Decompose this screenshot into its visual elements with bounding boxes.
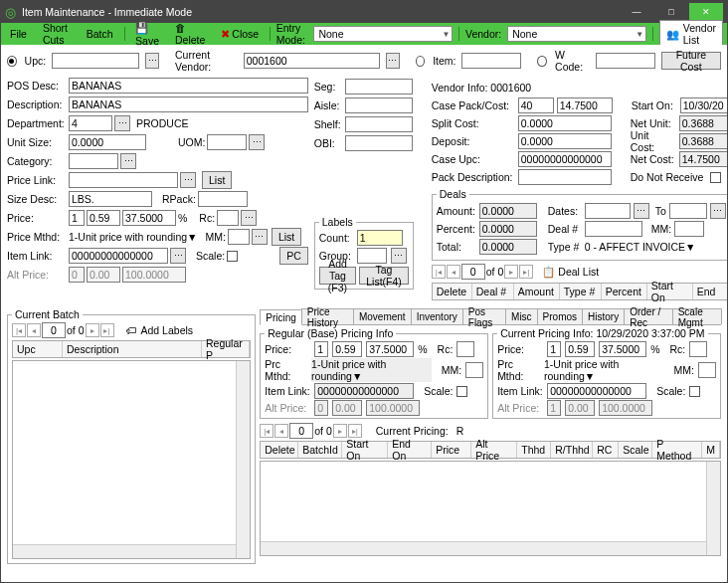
- deal-list-label[interactable]: Deal List: [558, 266, 599, 278]
- maximize-button[interactable]: □: [654, 3, 688, 21]
- entry-mode-combo[interactable]: None▼: [313, 26, 453, 42]
- deals-col-starton[interactable]: Start On: [647, 284, 693, 299]
- uom-lookup-button[interactable]: ⋯: [249, 134, 265, 150]
- reg-mm-input[interactable]: [465, 362, 483, 378]
- case-cost-input[interactable]: [557, 97, 613, 113]
- cur-scale-checkbox[interactable]: [689, 386, 700, 397]
- batch-grid[interactable]: [12, 360, 251, 559]
- pcol-thhd[interactable]: Thhd: [517, 442, 551, 458]
- close-window-button[interactable]: ✕: [689, 3, 723, 21]
- delete-button[interactable]: 🗑Delete: [170, 22, 210, 46]
- pricing-nav-pos[interactable]: [289, 423, 313, 439]
- tab-scale-mgmt[interactable]: Scale Mgmt: [672, 308, 722, 324]
- pos-desc-input[interactable]: [69, 78, 308, 94]
- deposit-input[interactable]: [518, 133, 612, 149]
- price-qty-input[interactable]: [69, 210, 85, 226]
- deals-col-delete[interactable]: Delete: [433, 284, 472, 299]
- reg-price-val[interactable]: [332, 341, 362, 357]
- case-upc-input[interactable]: [518, 151, 612, 167]
- description-input[interactable]: [69, 97, 308, 112]
- pcol-rc[interactable]: RC: [593, 442, 619, 458]
- cur-price-pct[interactable]: [599, 341, 646, 357]
- wcode-radio[interactable]: [537, 56, 547, 67]
- pcol-m[interactable]: M: [702, 442, 720, 458]
- batch-nav-pos[interactable]: [42, 322, 66, 338]
- nav-next[interactable]: ▸: [504, 265, 518, 279]
- pcol-scale[interactable]: Scale: [619, 442, 652, 458]
- pcol-price[interactable]: Price: [432, 442, 471, 458]
- uom-input[interactable]: [207, 134, 247, 150]
- rc-lookup-button[interactable]: ⋯: [241, 210, 257, 226]
- batch-hscrollbar[interactable]: [13, 544, 236, 558]
- date-from-picker[interactable]: ⋯: [634, 203, 649, 219]
- batch-nav-prev[interactable]: ◂: [27, 323, 41, 337]
- cur-mm-input[interactable]: [698, 362, 716, 378]
- date-to-picker[interactable]: ⋯: [710, 203, 726, 219]
- nav-prev[interactable]: ◂: [447, 265, 460, 279]
- tab-movement[interactable]: Movement: [353, 308, 412, 324]
- department-lookup-button[interactable]: ⋯: [114, 115, 130, 131]
- batch-col-upc[interactable]: Upc: [13, 341, 63, 357]
- seg-input[interactable]: [345, 79, 413, 95]
- reg-scale-checkbox[interactable]: [456, 386, 467, 397]
- tab-pricing[interactable]: Pricing: [260, 309, 302, 325]
- pricing-vscrollbar[interactable]: [706, 462, 720, 555]
- batch-nav-first[interactable]: |◂: [12, 323, 26, 337]
- pcol-altprice[interactable]: Alt Price: [471, 442, 517, 458]
- minimize-button[interactable]: —: [620, 3, 653, 21]
- aisle-input[interactable]: [345, 97, 413, 113]
- tab-misc[interactable]: Misc: [505, 308, 538, 324]
- pcol-rthhd[interactable]: R/Thhd: [551, 442, 593, 458]
- batch-col-regp[interactable]: Regular P: [202, 341, 250, 357]
- menu-shortcuts[interactable]: Short Cuts: [38, 22, 76, 46]
- pcol-endon[interactable]: End On: [388, 442, 432, 458]
- close-button[interactable]: ✖Close: [216, 28, 264, 40]
- obi-input[interactable]: [345, 135, 413, 151]
- group-lookup-button[interactable]: ⋯: [391, 248, 407, 264]
- pricing-hscrollbar[interactable]: [261, 541, 706, 555]
- shelf-input[interactable]: [345, 116, 413, 132]
- pack-desc-input[interactable]: [518, 169, 612, 185]
- group-input[interactable]: [357, 248, 387, 264]
- save-button[interactable]: 💾Save: [130, 22, 164, 47]
- vendor-list-button[interactable]: 👥Vendor List: [659, 20, 723, 48]
- price-pct-input[interactable]: [122, 210, 176, 226]
- pricing-grid[interactable]: [260, 461, 721, 556]
- reg-price-pct[interactable]: [366, 341, 414, 357]
- wcode-input[interactable]: [596, 53, 655, 69]
- tab-price-history[interactable]: Price History: [301, 308, 354, 324]
- pricing-nav-prev[interactable]: ◂: [274, 424, 288, 438]
- mm-lookup-button[interactable]: ⋯: [252, 229, 268, 245]
- deals-col-amount[interactable]: Amount: [514, 284, 560, 299]
- scale-checkbox[interactable]: [227, 251, 238, 262]
- cur-rc-input[interactable]: [689, 341, 707, 357]
- upc-lookup-button[interactable]: ⋯: [145, 53, 159, 69]
- item-link-input[interactable]: [69, 248, 168, 264]
- tab-inventory[interactable]: Inventory: [411, 308, 463, 324]
- cur-price-qty[interactable]: [547, 341, 561, 357]
- item-input[interactable]: [461, 53, 521, 69]
- mm-list-button[interactable]: List: [272, 228, 301, 246]
- menu-batch[interactable]: Batch: [82, 28, 118, 40]
- deals-nav-pos[interactable]: [461, 264, 485, 280]
- item-link-lookup-button[interactable]: ⋯: [170, 248, 186, 264]
- department-input[interactable]: [69, 115, 112, 131]
- deals-col-typenum[interactable]: Type #: [560, 284, 602, 299]
- pricing-nav-next[interactable]: ▸: [333, 424, 347, 438]
- pricing-nav-first[interactable]: |◂: [260, 424, 273, 438]
- deals-col-end[interactable]: End: [693, 284, 727, 299]
- item-radio[interactable]: [416, 56, 426, 67]
- pcol-pmethod[interactable]: P Method: [652, 442, 702, 458]
- price-value-input[interactable]: [87, 210, 120, 226]
- upc-input[interactable]: [52, 53, 139, 69]
- tab-history[interactable]: History: [582, 308, 625, 324]
- price-mthd-combo[interactable]: 1-Unit price with rounding▼: [69, 231, 197, 243]
- vendor-combo[interactable]: None▼: [507, 26, 646, 42]
- start-on-input[interactable]: [680, 97, 727, 113]
- pc-button[interactable]: PC: [279, 247, 308, 265]
- pcol-batchid[interactable]: BatchId: [298, 442, 342, 458]
- pcol-delete[interactable]: Delete: [261, 442, 298, 458]
- category-input[interactable]: [69, 153, 118, 169]
- unit-size-input[interactable]: [69, 134, 146, 150]
- deal-num-input[interactable]: [585, 221, 642, 237]
